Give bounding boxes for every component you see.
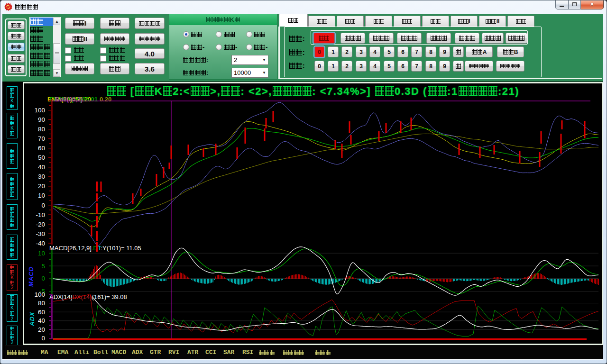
svg-text:5: 5 xyxy=(41,263,45,270)
svg-text:100: 100 xyxy=(34,291,45,298)
svg-text:70: 70 xyxy=(38,135,45,142)
svg-text:80: 80 xyxy=(38,126,45,133)
svg-text:80: 80 xyxy=(38,300,45,307)
svg-text:0: 0 xyxy=(41,335,45,342)
svg-text:60: 60 xyxy=(38,309,45,316)
svg-text:40: 40 xyxy=(38,164,45,171)
svg-text:10: 10 xyxy=(38,192,45,199)
svg-text:0: 0 xyxy=(41,202,45,209)
svg-text:50: 50 xyxy=(38,154,45,161)
svg-text:10: 10 xyxy=(38,250,45,257)
svg-text:40: 40 xyxy=(38,317,45,324)
svg-text:90: 90 xyxy=(38,116,45,123)
svg-text:-40: -40 xyxy=(36,240,45,247)
svg-text:30: 30 xyxy=(38,173,45,180)
svg-text:-20: -20 xyxy=(36,221,45,228)
svg-text:60: 60 xyxy=(38,145,45,152)
svg-text:20: 20 xyxy=(38,182,45,190)
svg-text:20: 20 xyxy=(38,326,45,333)
svg-text:100: 100 xyxy=(34,107,45,114)
svg-text:-10: -10 xyxy=(36,211,45,218)
svg-text:0: 0 xyxy=(41,275,45,282)
svg-text:-30: -30 xyxy=(36,230,45,237)
